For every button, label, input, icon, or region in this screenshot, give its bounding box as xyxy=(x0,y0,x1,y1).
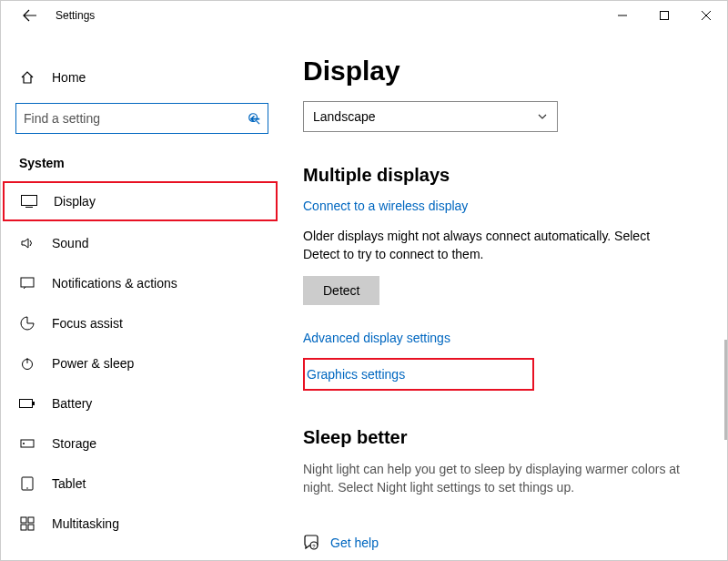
search-input-wrap[interactable]: ➔ xyxy=(15,103,268,134)
svg-rect-11 xyxy=(21,517,26,523)
search-input[interactable] xyxy=(24,111,249,126)
sidebar-item-label: Multitasking xyxy=(52,516,119,531)
sidebar-item-label: Power & sleep xyxy=(52,356,134,371)
chevron-down-icon xyxy=(537,111,548,122)
sidebar-item-label: Notifications & actions xyxy=(52,276,177,291)
arrow-left-icon xyxy=(23,8,37,23)
chat-help-icon: ? xyxy=(303,535,319,551)
multitasking-icon xyxy=(19,516,35,531)
minimize-icon xyxy=(618,11,627,20)
sidebar-home[interactable]: Home xyxy=(1,57,283,97)
sidebar-item-label: Storage xyxy=(52,436,96,451)
connect-wireless-link[interactable]: Connect to a wireless display xyxy=(303,199,707,213)
home-icon xyxy=(19,70,35,85)
svg-rect-5 xyxy=(20,400,33,408)
close-button[interactable] xyxy=(685,1,727,30)
sidebar-home-label: Home xyxy=(52,70,86,85)
multiple-displays-heading: Multiple displays xyxy=(303,165,707,186)
sidebar-item-focus-assist[interactable]: Focus assist xyxy=(1,303,283,343)
svg-rect-6 xyxy=(33,402,35,405)
svg-rect-12 xyxy=(28,517,34,523)
search-icon xyxy=(248,112,260,125)
svg-rect-2 xyxy=(22,196,37,206)
svg-rect-0 xyxy=(661,12,669,20)
svg-rect-14 xyxy=(28,525,34,530)
sidebar-item-battery[interactable]: Battery xyxy=(1,383,283,423)
sleep-better-body: Night light can help you get to sleep by… xyxy=(303,461,685,496)
sidebar-item-sound[interactable]: Sound xyxy=(1,223,283,263)
sidebar-item-label: Sound xyxy=(52,236,88,250)
sidebar-item-label: Focus assist xyxy=(52,316,123,331)
sidebar-item-power-sleep[interactable]: Power & sleep xyxy=(1,343,283,383)
close-icon xyxy=(702,11,711,20)
sidebar: Home ➔ System Display Sound xyxy=(1,30,283,560)
graphics-settings-link[interactable]: Graphics settings xyxy=(307,367,405,382)
sound-icon xyxy=(19,236,35,250)
graphics-settings-highlight: Graphics settings xyxy=(303,358,534,391)
svg-rect-3 xyxy=(21,278,34,287)
sidebar-item-storage[interactable]: Storage xyxy=(1,423,283,464)
advanced-display-link[interactable]: Advanced display settings xyxy=(303,331,707,345)
svg-point-10 xyxy=(26,487,28,489)
orientation-selected: Landscape xyxy=(313,109,376,124)
get-help-row[interactable]: ? Get help xyxy=(303,535,379,551)
svg-point-1 xyxy=(249,114,258,122)
scrollbar-thumb[interactable] xyxy=(724,340,727,440)
scrollbar[interactable] xyxy=(723,30,727,560)
multiple-displays-body: Older displays might not always connect … xyxy=(303,228,685,263)
tablet-icon xyxy=(19,476,35,491)
sidebar-item-tablet[interactable]: Tablet xyxy=(1,464,283,504)
sleep-better-heading: Sleep better xyxy=(303,427,707,448)
detect-button[interactable]: Detect xyxy=(303,276,379,305)
sidebar-section-label: System xyxy=(1,148,283,179)
main-content: Display Landscape Multiple displays Conn… xyxy=(283,30,727,560)
window-title: Settings xyxy=(56,9,95,22)
maximize-icon xyxy=(660,11,669,20)
svg-point-8 xyxy=(23,443,25,444)
minimize-button[interactable] xyxy=(602,1,643,30)
notifications-icon xyxy=(19,276,35,291)
title-bar: Settings xyxy=(1,1,727,30)
maximize-button[interactable] xyxy=(643,1,685,30)
get-help-link[interactable]: Get help xyxy=(330,536,379,550)
sidebar-item-display[interactable]: Display xyxy=(3,181,278,221)
svg-rect-13 xyxy=(21,525,26,530)
display-icon xyxy=(21,195,37,208)
sidebar-item-label: Battery xyxy=(52,396,92,411)
focus-assist-icon xyxy=(19,316,35,331)
sidebar-item-label: Display xyxy=(54,194,96,209)
orientation-dropdown[interactable]: Landscape xyxy=(303,101,558,132)
storage-icon xyxy=(19,436,35,451)
back-button[interactable] xyxy=(15,1,45,30)
power-icon xyxy=(19,356,35,371)
sidebar-item-multitasking[interactable]: Multitasking xyxy=(1,504,283,544)
sidebar-item-notifications[interactable]: Notifications & actions xyxy=(1,263,283,303)
page-title: Display xyxy=(303,56,707,87)
sidebar-item-label: Tablet xyxy=(52,476,86,491)
battery-icon xyxy=(19,398,35,409)
